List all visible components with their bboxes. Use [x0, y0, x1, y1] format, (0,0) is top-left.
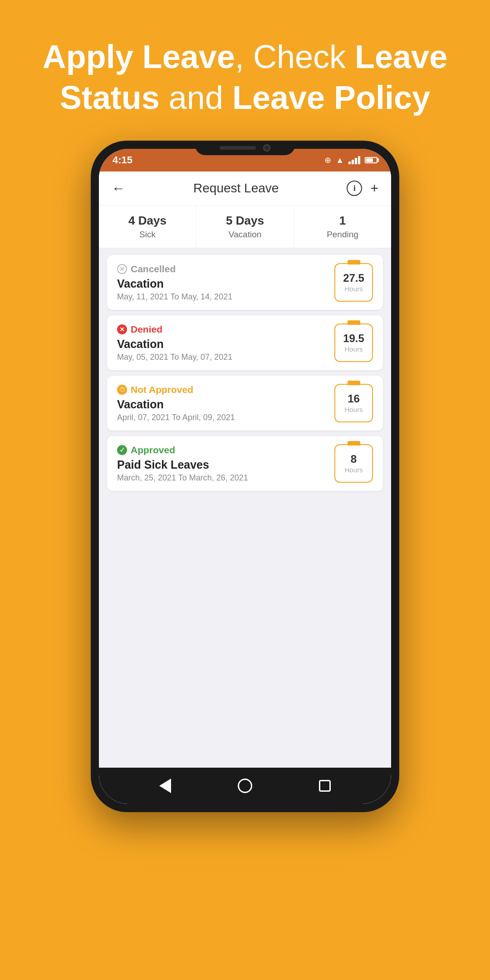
hours-badge-4: 8 Hours	[334, 444, 373, 483]
status-time: 4:15	[113, 154, 132, 166]
hours-badge-3: 16 Hours	[334, 384, 373, 422]
leave-type-4: Paid Sick Leaves	[117, 458, 327, 471]
leave-status-1: ✕ Cancelled	[117, 264, 327, 274]
tab-pending[interactable]: 1 Pending	[294, 206, 391, 248]
denied-label: Denied	[131, 324, 162, 335]
leave-type-2: Vacation	[117, 338, 327, 351]
not-approved-icon: ⏱	[117, 385, 127, 395]
phone-inner: 4:15 ⊕ ▲ ←	[99, 149, 391, 804]
heading-policy: Leave Policy	[232, 79, 430, 116]
leave-card-2[interactable]: ✕ Denied Vacation May, 05, 2021 To May, …	[107, 315, 383, 370]
status-icons: ⊕ ▲	[324, 155, 377, 165]
leave-card-3[interactable]: ⏱ Not Approved Vacation April, 07, 2021 …	[107, 376, 383, 431]
back-triangle-icon	[159, 779, 171, 793]
battery-icon	[365, 157, 377, 163]
summary-tabs: 4 Days Sick 5 Days Vacation 1 Pending	[99, 206, 391, 249]
tab-pending-value: 1	[298, 214, 387, 228]
signal-icon	[348, 156, 360, 164]
tab-vacation[interactable]: 5 Days Vacation	[196, 206, 294, 248]
location-icon: ⊕	[324, 155, 331, 165]
tab-sick[interactable]: 4 Days Sick	[99, 206, 196, 248]
phone-notch	[195, 141, 295, 155]
heading-and: and	[160, 79, 232, 116]
tab-pending-label: Pending	[298, 230, 387, 240]
page-heading: Apply Leave, Check Leave Status and Leav…	[36, 36, 454, 118]
leave-type-3: Vacation	[117, 398, 327, 411]
info-button[interactable]: i	[347, 181, 362, 196]
home-circle-icon	[238, 779, 252, 793]
nav-back-button[interactable]	[159, 779, 171, 793]
hours-value-1: 27.5	[343, 273, 364, 284]
heading-status: Status	[60, 79, 160, 116]
leave-type-1: Vacation	[117, 277, 327, 290]
not-approved-label: Not Approved	[131, 384, 193, 395]
add-button[interactable]: +	[370, 181, 378, 196]
leave-info-1: ✕ Cancelled Vacation May, 11, 2021 To Ma…	[117, 264, 327, 302]
leave-card-4[interactable]: ✓ Approved Paid Sick Leaves March, 25, 2…	[107, 436, 383, 491]
page-header: Apply Leave, Check Leave Status and Leav…	[0, 0, 490, 141]
recents-square-icon	[319, 780, 331, 792]
page-background: Apply Leave, Check Leave Status and Leav…	[0, 0, 490, 980]
cancelled-label: Cancelled	[131, 264, 176, 274]
hours-value-4: 8	[351, 454, 357, 465]
wifi-icon: ▲	[336, 156, 344, 165]
nav-recents-button[interactable]	[319, 780, 331, 792]
header-actions: i +	[347, 181, 378, 196]
nav-home-button[interactable]	[238, 779, 252, 793]
speaker-bar	[220, 146, 256, 150]
hours-label-1: Hours	[344, 285, 363, 293]
cancelled-icon: ✕	[117, 264, 127, 274]
hours-label-3: Hours	[344, 406, 363, 413]
nav-bar	[99, 768, 391, 804]
hours-label-4: Hours	[344, 466, 363, 474]
tab-vacation-label: Vacation	[200, 230, 290, 240]
leave-status-2: ✕ Denied	[117, 324, 327, 335]
hours-value-2: 19.5	[343, 333, 364, 344]
leave-info-4: ✓ Approved Paid Sick Leaves March, 25, 2…	[117, 445, 327, 483]
leave-dates-1: May, 11, 2021 To May, 14, 2021	[117, 292, 327, 302]
tab-vacation-value: 5 Days	[200, 214, 290, 228]
heading-apply: Apply Leave	[43, 39, 235, 75]
leave-list: ✕ Cancelled Vacation May, 11, 2021 To Ma…	[99, 249, 391, 768]
leave-status-3: ⏱ Not Approved	[117, 384, 327, 395]
tab-sick-value: 4 Days	[103, 214, 192, 228]
approved-icon: ✓	[117, 445, 127, 455]
denied-icon: ✕	[117, 324, 127, 334]
back-button[interactable]: ←	[112, 181, 125, 196]
leave-info-2: ✕ Denied Vacation May, 05, 2021 To May, …	[117, 324, 327, 362]
camera-dot	[263, 144, 270, 152]
hours-label-2: Hours	[344, 345, 363, 353]
heading-check-prefix: , Check	[235, 39, 355, 75]
heading-leave: Leave	[355, 39, 447, 75]
leave-dates-3: April, 07, 2021 To April, 09, 2021	[117, 413, 327, 422]
hours-badge-1: 27.5 Hours	[334, 263, 373, 302]
hours-value-3: 16	[348, 393, 360, 404]
app-header-title: Request Leave	[193, 181, 279, 196]
leave-dates-2: May, 05, 2021 To May, 07, 2021	[117, 353, 327, 362]
leave-dates-4: March, 25, 2021 To March, 26, 2021	[117, 473, 327, 483]
phone-frame: 4:15 ⊕ ▲ ←	[91, 141, 399, 812]
leave-status-4: ✓ Approved	[117, 445, 327, 456]
leave-info-3: ⏱ Not Approved Vacation April, 07, 2021 …	[117, 384, 327, 422]
tab-sick-label: Sick	[103, 230, 192, 240]
hours-badge-2: 19.5 Hours	[334, 323, 373, 362]
leave-card-1[interactable]: ✕ Cancelled Vacation May, 11, 2021 To Ma…	[107, 255, 383, 310]
app-header: ← Request Leave i +	[99, 172, 391, 206]
approved-label: Approved	[131, 445, 175, 456]
